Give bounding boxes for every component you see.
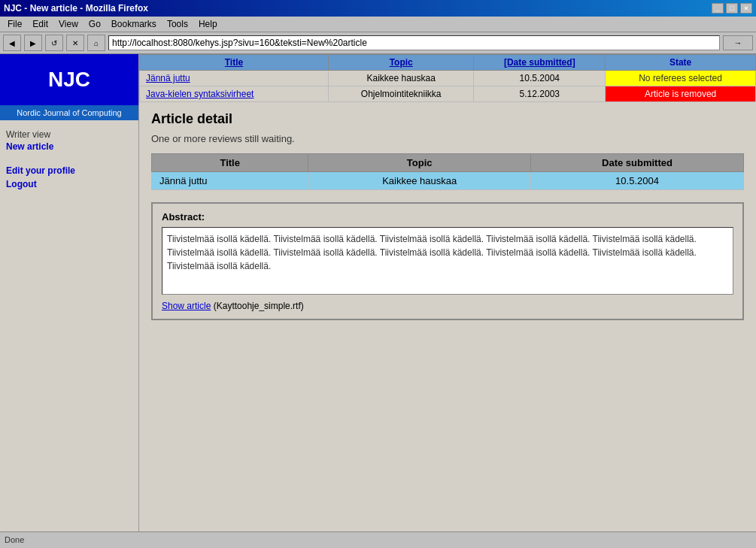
menu-view[interactable]: View [54, 18, 83, 30]
forward-button[interactable]: ▶ [24, 35, 42, 51]
detail-row-date: 10.5.2004 [530, 172, 743, 190]
row2-state: Article is removed [606, 86, 756, 102]
detail-table-row: Jännä juttu Kaikkee hauskaa 10.5.2004 [152, 172, 744, 190]
row1-title-link[interactable]: Jännä juttu [146, 73, 190, 83]
sidebar-links: Writer view New article Edit your profil… [0, 126, 138, 195]
go-button[interactable]: → [723, 35, 753, 50]
detail-col-date: Date submitted [530, 154, 743, 172]
logout-link[interactable]: Logout [6, 179, 132, 189]
home-button[interactable]: ⌂ [87, 35, 105, 51]
browser-content: NJC Nordic Journal of Computing Writer v… [0, 54, 756, 531]
row2-date: 5.12.2003 [474, 86, 606, 102]
address-input[interactable] [108, 35, 720, 50]
reload-button[interactable]: ↺ [45, 35, 63, 51]
row2-title-link[interactable]: Java-kielen syntaksivirheet [146, 89, 254, 99]
edit-profile-link[interactable]: Edit your profile [6, 165, 132, 176]
table-row: Jännä juttu Kaikkee hauskaa 10.5.2004 No… [140, 71, 756, 86]
new-article-link[interactable]: New article [6, 141, 132, 152]
detail-table: Title Topic Date submitted Jännä juttu K… [151, 153, 744, 190]
window-title: NJC - New article - Mozilla Firefox [4, 3, 148, 14]
stop-button[interactable]: ✕ [66, 35, 84, 51]
menu-tools[interactable]: Tools [162, 18, 193, 30]
detail-row-title: Jännä juttu [152, 172, 308, 190]
row2-title[interactable]: Java-kielen syntaksivirheet [140, 86, 329, 102]
article-detail-section: Article detail One or more reviews still… [139, 102, 756, 337]
menu-go[interactable]: Go [84, 18, 105, 30]
menu-bar: File Edit View Go Bookmarks Tools Help [0, 17, 756, 32]
row1-title[interactable]: Jännä juttu [140, 71, 329, 86]
menu-help[interactable]: Help [194, 18, 222, 30]
address-bar: ◀ ▶ ↺ ✕ ⌂ → [0, 32, 756, 54]
article-detail-heading: Article detail [151, 111, 744, 127]
writer-view-label: Writer view [6, 129, 132, 140]
detail-row-topic: Kaikkee hauskaa [308, 172, 531, 190]
row1-state: No referees selected [606, 71, 756, 86]
minimize-button[interactable]: _ [712, 3, 724, 14]
show-article-link-area: Show article (Kayttoohje_simple.rtf) [162, 301, 733, 311]
maximize-button[interactable]: □ [726, 3, 738, 14]
detail-col-topic: Topic [308, 154, 531, 172]
row1-date: 10.5.2004 [474, 71, 606, 86]
menu-file[interactable]: File [3, 18, 26, 30]
abstract-label: Abstract: [162, 211, 733, 223]
logo: NJC [0, 54, 138, 105]
col-header-title[interactable]: Title [140, 55, 329, 71]
sidebar-nav-label: Nordic Journal of Computing [0, 105, 138, 120]
detail-col-title: Title [152, 154, 308, 172]
status-text: Done [5, 535, 24, 544]
sidebar: NJC Nordic Journal of Computing Writer v… [0, 54, 139, 531]
col-header-state: State [606, 55, 756, 71]
col-header-date[interactable]: [Date submitted] [474, 55, 606, 71]
title-sort-link[interactable]: Title [225, 57, 243, 68]
show-article-link[interactable]: Show article [162, 301, 211, 311]
row1-topic: Kaikkee hauskaa [328, 71, 474, 86]
articles-table: Title Topic [Date submitted] State [139, 54, 756, 102]
status-bar: Done [0, 531, 756, 546]
waiting-message: One or more reviews still waiting. [151, 133, 744, 144]
close-button[interactable]: × [740, 3, 752, 14]
file-name: (Kayttoohje_simple.rtf) [214, 301, 304, 311]
abstract-box: Abstract: Tiivistelmää isollä kädellä. T… [151, 202, 744, 320]
main-content: Title Topic [Date submitted] State [139, 54, 756, 531]
col-header-topic[interactable]: Topic [328, 55, 474, 71]
back-button[interactable]: ◀ [3, 35, 21, 51]
window-title-bar: NJC - New article - Mozilla Firefox _ □ … [0, 0, 756, 17]
abstract-text: Tiivistelmää isollä kädellä. Tiivistelmä… [162, 227, 733, 295]
menu-edit[interactable]: Edit [28, 18, 53, 30]
window-controls[interactable]: _ □ × [712, 3, 752, 14]
date-sort-link[interactable]: [Date submitted] [504, 57, 575, 68]
table-row: Java-kielen syntaksivirheet Ohjelmointit… [140, 86, 756, 102]
topic-sort-link[interactable]: Topic [390, 57, 413, 68]
articles-table-wrap: Title Topic [Date submitted] State [139, 54, 756, 102]
row2-topic: Ohjelmointitekniikka [328, 86, 474, 102]
menu-bookmarks[interactable]: Bookmarks [107, 18, 161, 30]
